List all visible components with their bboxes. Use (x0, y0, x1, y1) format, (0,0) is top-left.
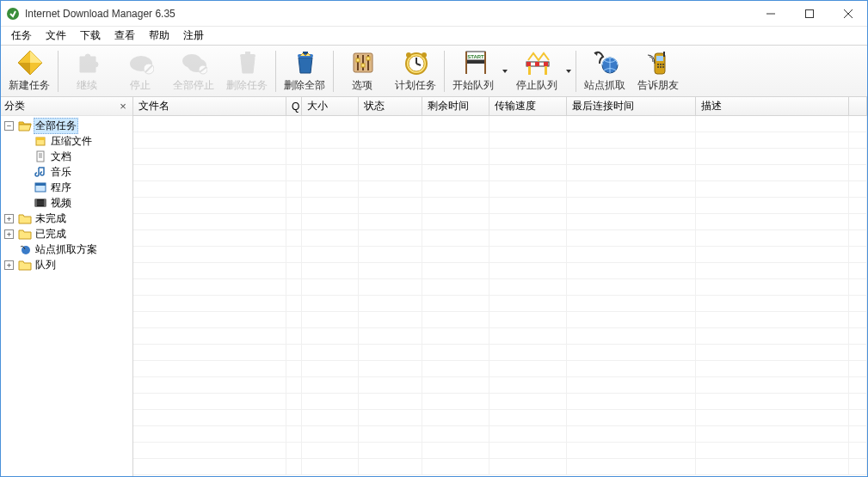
tree-node-queue[interactable]: +队列 (1, 257, 132, 272)
svg-rect-24 (361, 64, 365, 67)
expand-icon[interactable]: + (4, 229, 14, 239)
table-row (133, 230, 867, 247)
svg-rect-25 (366, 57, 370, 60)
table-row (133, 279, 867, 296)
svg-rect-23 (356, 58, 360, 62)
column-status[interactable]: 状态 (359, 97, 422, 115)
schedule-button[interactable]: 计划任务 (389, 47, 442, 95)
menu-5[interactable]: 注册 (176, 27, 211, 45)
new-task-label: 新建任务 (9, 78, 50, 93)
table-row (133, 263, 867, 279)
svg-point-31 (422, 52, 427, 58)
tree-node-videos[interactable]: 视频 (1, 195, 132, 211)
column-speed[interactable]: 传输速度 (489, 97, 567, 115)
menu-2[interactable]: 下载 (73, 27, 108, 45)
svg-rect-16 (245, 52, 250, 54)
close-button[interactable] (828, 1, 867, 26)
window-title: Internet Download Manager 6.35 (25, 8, 751, 20)
tree-label-music: 音乐 (49, 165, 73, 180)
resume-label: 继续 (77, 78, 97, 93)
tree-node-compressed[interactable]: 压缩文件 (1, 133, 132, 149)
column-lastconn[interactable]: 最后连接时间 (567, 97, 696, 115)
delete-all-label: 删除全部 (284, 78, 325, 93)
menu-0[interactable]: 任务 (4, 27, 39, 45)
column-remain[interactable]: 剩余时间 (422, 97, 489, 115)
table-row (133, 116, 867, 132)
folder-icon (18, 211, 32, 225)
new-task-button[interactable]: 新建任务 (3, 47, 56, 95)
tell-friend-button[interactable]: 告诉朋友 (631, 47, 685, 95)
site-grab-button[interactable]: 站点抓取 (578, 47, 631, 95)
video-icon (34, 196, 47, 210)
expand-icon[interactable]: + (4, 260, 14, 270)
svg-rect-37 (466, 60, 485, 64)
svg-point-52 (657, 66, 659, 68)
collapse-icon[interactable]: − (4, 121, 14, 131)
tree-node-programs[interactable]: 程序 (1, 180, 132, 195)
menubar: 任务文件下载查看帮助注册 (1, 27, 867, 46)
tree-node-grabber[interactable]: 站点抓取方案 (1, 242, 132, 257)
table-row (133, 426, 867, 443)
schedule-label: 计划任务 (395, 78, 436, 93)
tree-label-incomplete: 未完成 (34, 211, 68, 226)
svg-rect-65 (35, 199, 37, 206)
tree-label-documents: 文档 (49, 150, 73, 164)
column-q[interactable]: Q (286, 97, 302, 115)
svg-rect-63 (35, 183, 46, 186)
stop-queue-dropdown[interactable] (563, 47, 574, 95)
tree-node-music[interactable]: 音乐 (1, 164, 132, 180)
column-desc[interactable]: 描述 (696, 97, 849, 115)
table-row (133, 214, 867, 230)
column-filename[interactable]: 文件名 (133, 97, 286, 115)
start-queue-dropdown[interactable] (500, 47, 510, 95)
folder-icon (18, 258, 32, 272)
menu-1[interactable]: 文件 (39, 27, 73, 45)
tree-node-all[interactable]: −全部任务 (1, 118, 132, 133)
svg-point-67 (22, 246, 30, 254)
table-row (133, 459, 867, 475)
delete-all-button[interactable]: 删除全部 (278, 47, 331, 95)
app-icon (6, 7, 20, 21)
tree-node-incomplete[interactable]: +未完成 (1, 211, 132, 226)
tree-label-all: 全部任务 (34, 118, 78, 134)
content-area: 分类 × −全部任务 压缩文件 文档 音乐 程序 视频+未完成+已完成 站点抓取… (1, 97, 867, 476)
svg-rect-48 (656, 56, 663, 61)
start-queue-label: 开始队列 (452, 78, 494, 93)
options-button[interactable]: 选项 (336, 47, 389, 95)
maximize-button[interactable] (790, 1, 828, 26)
table-row (133, 361, 867, 377)
column-size[interactable]: 大小 (302, 97, 359, 115)
expand-icon[interactable]: + (4, 214, 14, 223)
tree-node-complete[interactable]: +已完成 (1, 226, 132, 242)
sidebar-close-icon[interactable]: × (117, 101, 129, 113)
stop-queue-button[interactable]: 停止队列 (510, 47, 563, 95)
stop-all-label: 全部停止 (173, 78, 214, 93)
menu-4[interactable]: 帮助 (142, 27, 176, 45)
options-label: 选项 (352, 78, 372, 93)
minimize-button[interactable] (751, 1, 790, 26)
grid-body[interactable] (133, 116, 867, 476)
tree-label-queue: 队列 (34, 258, 58, 272)
stop-button: 停止 (114, 47, 167, 95)
start-queue-button[interactable]: START开始队列 (446, 47, 500, 95)
svg-rect-55 (663, 52, 665, 57)
table-row (133, 132, 867, 149)
tell-friend-label: 告诉朋友 (637, 78, 679, 93)
music-icon (34, 165, 47, 179)
titlebar: Internet Download Manager 6.35 (1, 1, 867, 27)
delete-task-button: 删除任务 (220, 47, 274, 95)
grid-rows (133, 116, 867, 475)
sidebar-title: 分类 (4, 99, 117, 113)
tree-node-documents[interactable]: 文档 (1, 149, 132, 164)
cloud-stop-all-icon (180, 49, 207, 76)
table-row (133, 181, 867, 198)
menu-3[interactable]: 查看 (108, 27, 142, 45)
svg-rect-42 (535, 62, 539, 66)
grabber-small-icon (18, 242, 32, 256)
svg-point-54 (662, 66, 664, 68)
table-row (133, 443, 867, 459)
table-row (133, 410, 867, 426)
svg-marker-6 (30, 51, 42, 63)
svg-rect-43 (544, 62, 548, 66)
category-tree: −全部任务 压缩文件 文档 音乐 程序 视频+未完成+已完成 站点抓取方案+队列 (1, 116, 132, 476)
